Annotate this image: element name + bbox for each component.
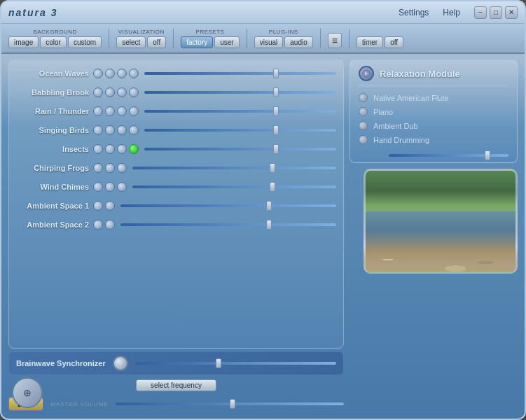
settings-menu[interactable]: Settings <box>399 8 429 18</box>
rain-thunder-thumb[interactable] <box>273 106 279 116</box>
bg-custom-button[interactable]: custom <box>68 36 102 48</box>
rain-thunder-slider[interactable] <box>144 110 336 113</box>
ambient-space-1-slider[interactable] <box>120 204 336 207</box>
ocean-waves-slider[interactable] <box>144 72 336 75</box>
dot-2[interactable] <box>105 163 115 173</box>
brainwave-label: Brainwave Synchronizer <box>16 359 106 368</box>
rm-label-1: Native American Flute <box>373 94 449 102</box>
babbling-brook-thumb[interactable] <box>273 88 279 97</box>
maximize-button[interactable]: □ <box>490 6 502 19</box>
dot-3[interactable] <box>117 88 127 97</box>
rm-item-1[interactable]: Native American Flute <box>359 93 508 102</box>
bg-image-button[interactable]: image <box>8 36 39 48</box>
plugins-audio-button[interactable]: audio <box>284 36 312 48</box>
insects-thumb[interactable] <box>273 144 279 154</box>
dot-1[interactable] <box>93 144 103 154</box>
brainwave-thumb[interactable] <box>216 358 221 368</box>
dot-1[interactable] <box>93 106 103 116</box>
babbling-brook-slider[interactable] <box>144 91 336 94</box>
toolbar: BACKGROUND image color custom VISUALIZAT… <box>1 24 525 54</box>
dot-3[interactable] <box>117 69 127 78</box>
wind-chimes-slider[interactable] <box>132 186 336 188</box>
rm-item-4[interactable]: Hand Drumming <box>359 135 508 144</box>
dot-1[interactable] <box>93 201 103 211</box>
dot-2[interactable] <box>105 106 115 116</box>
dot-3[interactable] <box>117 144 127 154</box>
dot-1[interactable] <box>93 220 103 230</box>
dot-3[interactable] <box>117 182 127 192</box>
singing-birds-slider[interactable] <box>144 129 336 132</box>
toolbar-sep-1 <box>109 29 109 48</box>
viz-label: VISUALIZATION <box>118 29 165 35</box>
nature-rocks <box>366 241 515 272</box>
dot-2[interactable] <box>105 125 115 135</box>
app-title: natura 3 <box>8 7 399 18</box>
toolbar-plugins-group: PLUG-INS visual audio <box>254 29 313 48</box>
dot-2[interactable] <box>105 201 115 211</box>
dot-4[interactable] <box>129 69 139 78</box>
list-button[interactable]: ≡ <box>328 33 342 48</box>
presets-factory-button[interactable]: factory <box>181 36 213 48</box>
dot-2[interactable] <box>105 69 115 78</box>
dot-4[interactable] <box>129 106 139 116</box>
brainwave-slider[interactable] <box>135 362 336 365</box>
rm-radio-1[interactable] <box>359 93 368 102</box>
ocean-waves-thumb[interactable] <box>273 69 279 78</box>
close-button[interactable]: ✕ <box>505 6 518 19</box>
nav-button[interactable]: ⊕ <box>12 377 43 408</box>
dot-3[interactable] <box>117 163 127 173</box>
toolbar-presets-group: PRESETS factory user <box>181 29 239 48</box>
toolbar-timer-group: timer off <box>357 28 403 48</box>
rm-item-2[interactable]: Piano <box>359 107 508 116</box>
viz-off-button[interactable]: off <box>147 36 166 48</box>
rm-label-4: Hand Drumming <box>373 136 429 144</box>
help-menu[interactable]: Help <box>443 8 460 18</box>
rm-item-3[interactable]: Ambient Dub <box>359 121 508 130</box>
presets-buttons: factory user <box>181 36 239 48</box>
viz-select-button[interactable]: select <box>116 36 146 48</box>
brainwave-knob[interactable] <box>113 356 128 371</box>
ambient-space-1-thumb[interactable] <box>266 201 272 211</box>
dot-2[interactable] <box>105 88 115 97</box>
dot-1[interactable] <box>93 88 103 97</box>
wind-chimes-thumb[interactable] <box>270 182 275 192</box>
dot-3[interactable] <box>117 125 127 135</box>
freq-select-button[interactable]: select frequency <box>136 379 216 391</box>
dot-1[interactable] <box>93 69 103 78</box>
dot-4[interactable] <box>129 125 139 135</box>
sound-label-wind-chimes: Wind Chimes <box>16 183 93 191</box>
chirping-frogs-thumb[interactable] <box>270 163 275 173</box>
rm-slider[interactable] <box>389 154 508 157</box>
dot-2[interactable] <box>105 220 115 230</box>
rm-radio-2[interactable] <box>359 107 368 116</box>
rm-thumb[interactable] <box>485 150 490 160</box>
singing-birds-thumb[interactable] <box>273 125 279 135</box>
ambient-space-2-thumb[interactable] <box>266 220 272 230</box>
dot-2[interactable] <box>105 182 115 192</box>
dot-1[interactable] <box>93 163 103 173</box>
right-panel: Relaxation Module Native American Flute … <box>349 59 518 411</box>
dot-1[interactable] <box>93 125 103 135</box>
dot-4-active[interactable] <box>129 144 139 154</box>
bg-color-button[interactable]: color <box>40 36 67 48</box>
master-thumb[interactable] <box>230 399 235 409</box>
plugins-buttons: visual audio <box>254 36 313 48</box>
dot-4[interactable] <box>129 88 139 97</box>
presets-user-button[interactable]: user <box>214 36 239 48</box>
plugins-visual-button[interactable]: visual <box>254 36 284 48</box>
dot-1[interactable] <box>93 182 103 192</box>
timer-button[interactable]: timer <box>357 36 383 48</box>
brainwave-area: Brainwave Synchronizer select frequency <box>8 351 344 394</box>
sound-label-ambient-space-1: Ambient Space 1 <box>16 202 93 210</box>
dot-3[interactable] <box>117 106 127 116</box>
rm-radio-3[interactable] <box>359 121 368 130</box>
timer-off-button[interactable]: off <box>385 36 403 48</box>
rm-radio-4[interactable] <box>359 135 368 144</box>
master-slider[interactable] <box>116 402 344 405</box>
ambient-space-2-slider[interactable] <box>120 223 336 226</box>
plugins-label: PLUG-INS <box>269 29 298 35</box>
chirping-frogs-slider[interactable] <box>132 167 336 169</box>
dot-2[interactable] <box>105 144 115 154</box>
insects-slider[interactable] <box>144 148 336 150</box>
minimize-button[interactable]: − <box>474 6 487 19</box>
